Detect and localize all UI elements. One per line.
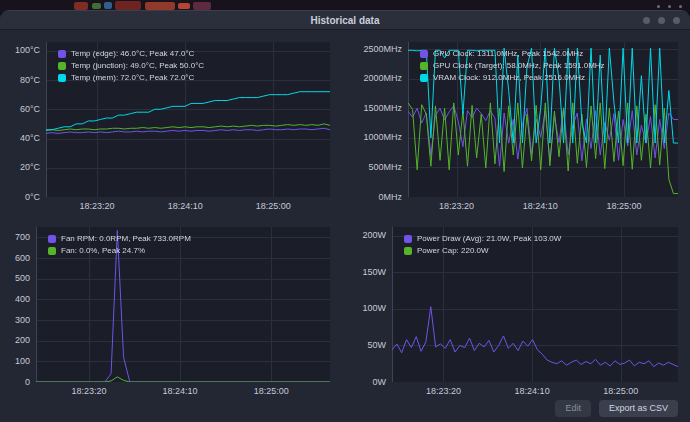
- legend-label: Temp (edge): 46.0°C, Peak 47.0°C: [71, 49, 194, 58]
- clock-speed-legend-item: GPU Clock: 1311.0MHz, Peak 1542.0MHz: [420, 49, 605, 58]
- desktop-background: Historical data Temp (edge): 46.0°C, Pea…: [0, 0, 690, 422]
- legend-swatch-icon: [420, 74, 428, 82]
- power-legend-item: Power Cap: 220.0W: [404, 246, 561, 255]
- clock-speed-x-axis: 18:23:2018:24:1018:25:00: [408, 198, 678, 211]
- export-csv-button[interactable]: Export as CSV: [599, 400, 678, 417]
- wallpaper-blob: [104, 2, 112, 9]
- wallpaper-blob: [115, 1, 141, 10]
- y-axis-tick-label: 500MHz: [358, 163, 402, 172]
- legend-swatch-icon: [58, 62, 66, 70]
- x-axis-tick-label: 18:24:10: [523, 201, 558, 211]
- y-axis-tick-label: 1000MHz: [358, 133, 402, 142]
- window-title: Historical data: [0, 11, 690, 30]
- temperature-plot-area: Temp (edge): 46.0°C, Peak 47.0°CTemp (ju…: [46, 42, 330, 197]
- x-axis-tick-label: 18:23:20: [80, 201, 115, 211]
- legend-label: Power Cap: 220.0W: [417, 246, 489, 255]
- fan-legend-item: Fan RPM: 0.0RPM, Peak 733.0RPM: [48, 234, 191, 243]
- y-axis-tick-label: 100°C: [10, 46, 40, 55]
- background-dot-icon: [679, 5, 682, 8]
- y-axis-tick-label: 100: [10, 357, 30, 366]
- wallpaper-blob: [193, 2, 211, 10]
- legend-swatch-icon: [58, 50, 66, 58]
- y-axis-tick-label: 2500MHz: [358, 45, 402, 54]
- power-plot-area: Power Draw (Avg): 21.0W, Peak 103.0WPowe…: [392, 227, 678, 382]
- wallpaper-blob: [74, 2, 88, 10]
- y-axis-tick-label: 100W: [358, 304, 386, 313]
- legend-label: VRAM Clock: 912.0MHz, Peak 2516.0MHz: [433, 73, 585, 82]
- temperature-legend-item: Temp (junction): 49.0°C, Peak 50.0°C: [58, 61, 204, 70]
- legend-swatch-icon: [404, 235, 412, 243]
- legend-swatch-icon: [404, 247, 412, 255]
- y-axis-tick-label: 500: [10, 274, 30, 283]
- y-axis-tick-label: 0°C: [10, 193, 40, 202]
- y-axis-tick-label: 200W: [358, 231, 386, 240]
- background-dot-icon: [657, 5, 660, 8]
- charts-grid: Temp (edge): 46.0°C, Peak 47.0°CTemp (ju…: [0, 30, 690, 398]
- clock-speed-legend: GPU Clock: 1311.0MHz, Peak 1542.0MHzGPU …: [420, 49, 605, 82]
- x-axis-tick-label: 18:24:10: [168, 201, 203, 211]
- fan-legend: Fan RPM: 0.0RPM, Peak 733.0RPMFan: 0.0%,…: [48, 234, 191, 255]
- power-legend: Power Draw (Avg): 21.0W, Peak 103.0WPowe…: [404, 234, 561, 255]
- y-axis-tick-label: 40°C: [10, 134, 40, 143]
- y-axis-tick-label: 60°C: [10, 105, 40, 114]
- edit-button[interactable]: Edit: [555, 400, 591, 417]
- minimize-button-icon[interactable]: [643, 17, 650, 24]
- footer-bar: Edit Export as CSV: [0, 398, 690, 422]
- window-controls: [643, 11, 680, 30]
- x-axis-tick-label: 18:25:00: [606, 201, 641, 211]
- legend-swatch-icon: [420, 62, 428, 70]
- legend-swatch-icon: [48, 247, 56, 255]
- clock-speed-plot-area: GPU Clock: 1311.0MHz, Peak 1542.0MHzGPU …: [408, 42, 678, 197]
- y-axis-tick-label: 300: [10, 316, 30, 325]
- historical-data-window: Historical data Temp (edge): 46.0°C, Pea…: [0, 10, 690, 422]
- legend-swatch-icon: [420, 50, 428, 58]
- fan-x-axis: 18:23:2018:24:1018:25:00: [36, 383, 330, 396]
- clock-speed-legend-item: VRAM Clock: 912.0MHz, Peak 2516.0MHz: [420, 73, 605, 82]
- legend-label: Temp (mem): 72.0°C, Peak 72.0°C: [71, 73, 194, 82]
- close-button-icon[interactable]: [673, 17, 680, 24]
- y-axis-tick-label: 1500MHz: [358, 104, 402, 113]
- legend-label: Fan: 0.0%, Peak 24.7%: [61, 246, 145, 255]
- wallpaper-blob: [145, 2, 175, 10]
- x-axis-tick-label: 18:23:20: [426, 386, 461, 396]
- power-chart: Power Draw (Avg): 21.0W, Peak 103.0WPowe…: [358, 223, 680, 396]
- x-axis-tick-label: 18:23:20: [439, 201, 474, 211]
- legend-swatch-icon: [48, 235, 56, 243]
- x-axis-tick-label: 18:24:10: [515, 386, 550, 396]
- background-dot-icon: [668, 5, 671, 8]
- temperature-legend: Temp (edge): 46.0°C, Peak 47.0°CTemp (ju…: [58, 49, 204, 82]
- y-axis-tick-label: 0: [10, 378, 30, 387]
- y-axis-tick-label: 150W: [358, 268, 386, 277]
- x-axis-tick-label: 18:25:00: [256, 201, 291, 211]
- legend-label: GPU Clock (Target): 58.0MHz, Peak 1591.0…: [433, 61, 605, 70]
- x-axis-tick-label: 18:25:00: [603, 386, 638, 396]
- legend-swatch-icon: [58, 74, 66, 82]
- wallpaper-blob: [92, 3, 101, 9]
- temperature-chart: Temp (edge): 46.0°C, Peak 47.0°CTemp (ju…: [10, 38, 332, 211]
- y-axis-tick-label: 700: [10, 233, 30, 242]
- legend-label: Power Draw (Avg): 21.0W, Peak 103.0W: [417, 234, 561, 243]
- titlebar[interactable]: Historical data: [0, 11, 690, 30]
- x-axis-tick-label: 18:24:10: [163, 386, 198, 396]
- y-axis-tick-label: 0W: [358, 378, 386, 387]
- y-axis-tick-label: 400: [10, 295, 30, 304]
- maximize-button-icon[interactable]: [658, 17, 665, 24]
- wallpaper-blob: [178, 3, 190, 9]
- power-x-axis: 18:23:2018:24:1018:25:00: [392, 383, 678, 396]
- temperature-x-axis: 18:23:2018:24:1018:25:00: [46, 198, 330, 211]
- clock-speed-legend-item: GPU Clock (Target): 58.0MHz, Peak 1591.0…: [420, 61, 605, 70]
- fan-legend-item: Fan: 0.0%, Peak 24.7%: [48, 246, 191, 255]
- temperature-legend-item: Temp (edge): 46.0°C, Peak 47.0°C: [58, 49, 204, 58]
- y-axis-tick-label: 200: [10, 336, 30, 345]
- clock-speed-chart: GPU Clock: 1311.0MHz, Peak 1542.0MHzGPU …: [358, 38, 680, 211]
- y-axis-tick-label: 600: [10, 254, 30, 263]
- temperature-legend-item: Temp (mem): 72.0°C, Peak 72.0°C: [58, 73, 204, 82]
- y-axis-tick-label: 80°C: [10, 76, 40, 85]
- power-legend-item: Power Draw (Avg): 21.0W, Peak 103.0W: [404, 234, 561, 243]
- y-axis-tick-label: 0MHz: [358, 193, 402, 202]
- y-axis-tick-label: 20°C: [10, 163, 40, 172]
- y-axis-tick-label: 2000MHz: [358, 74, 402, 83]
- fan-chart: Fan RPM: 0.0RPM, Peak 733.0RPMFan: 0.0%,…: [10, 223, 332, 396]
- legend-label: GPU Clock: 1311.0MHz, Peak 1542.0MHz: [433, 49, 583, 58]
- y-axis-tick-label: 50W: [358, 341, 386, 350]
